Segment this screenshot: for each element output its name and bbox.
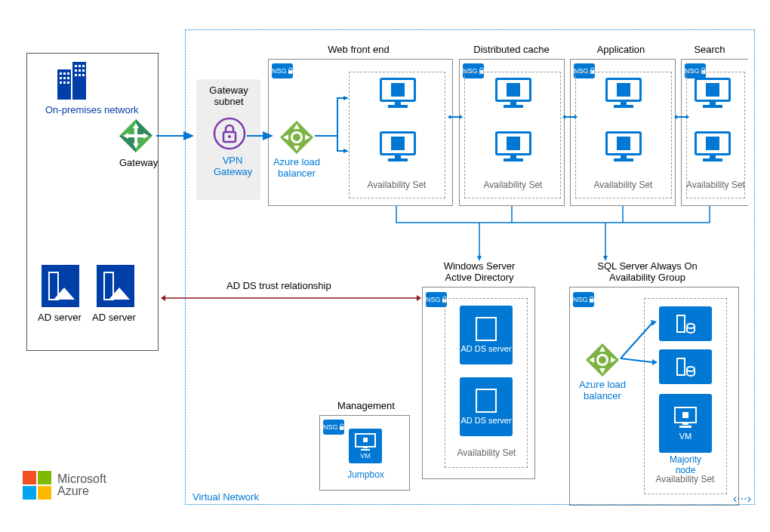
ad-ds-server-icon: AD DS server — [460, 377, 513, 436]
svg-point-60 — [687, 324, 695, 328]
vpn-gateway-icon — [213, 117, 246, 150]
connector-line — [396, 206, 721, 259]
double-arrow — [562, 113, 578, 121]
jumpbox-icon: VM — [349, 429, 382, 463]
svg-rect-69 — [363, 447, 368, 448]
majority-node-label: Majority node — [659, 454, 712, 475]
svg-rect-19 — [82, 74, 85, 76]
virtual-network-label: Virtual Network — [192, 491, 259, 503]
management-title: Management — [332, 400, 400, 411]
ad-server-icon — [42, 265, 79, 307]
svg-marker-81 — [574, 115, 578, 119]
arrow — [247, 132, 277, 140]
gateway-label: Gateway — [119, 157, 158, 168]
vm-icon — [605, 131, 642, 163]
svg-rect-65 — [682, 423, 688, 425]
sql-server-icon — [659, 349, 712, 384]
svg-marker-84 — [686, 115, 689, 119]
availability-set-label: Availability Set — [365, 180, 429, 190]
svg-rect-7 — [67, 77, 69, 79]
svg-line-87 — [621, 323, 652, 358]
svg-rect-38 — [288, 70, 292, 74]
arrow — [621, 317, 658, 407]
svg-marker-78 — [460, 115, 463, 119]
svg-rect-13 — [82, 65, 85, 67]
trust-arrow — [161, 294, 421, 302]
dist-tier-title: Distributed cache — [468, 44, 555, 55]
svg-rect-12 — [79, 65, 81, 67]
svg-rect-17 — [75, 74, 77, 76]
double-arrow — [674, 113, 689, 121]
majority-node-icon: VM — [659, 394, 712, 453]
availability-set-label: Availability Set — [685, 180, 746, 190]
svg-point-62 — [687, 367, 695, 371]
svg-rect-8 — [60, 81, 62, 84]
svg-rect-64 — [682, 412, 688, 418]
svg-rect-68 — [363, 438, 368, 442]
ad-ds-server-icon: AD DS server — [460, 306, 513, 364]
svg-rect-14 — [75, 69, 77, 72]
svg-rect-70 — [361, 449, 370, 451]
ad-server-label: AD server — [92, 312, 136, 323]
svg-rect-29 — [42, 265, 79, 307]
svg-point-47 — [293, 134, 300, 141]
svg-rect-1 — [72, 62, 86, 100]
svg-rect-61 — [677, 358, 685, 375]
svg-rect-6 — [63, 77, 66, 79]
svg-point-37 — [228, 135, 231, 138]
svg-rect-28 — [127, 134, 145, 137]
svg-rect-2 — [60, 72, 62, 75]
svg-point-35 — [214, 118, 245, 149]
gateway-icon — [117, 117, 155, 155]
svg-marker-93 — [417, 295, 421, 301]
svg-rect-9 — [63, 81, 66, 84]
svg-marker-77 — [448, 115, 451, 119]
ad-server-label: AD server — [38, 312, 82, 323]
vm-icon — [605, 78, 642, 109]
ad-tier-title: Windows Server Active Directory — [434, 260, 525, 283]
svg-marker-92 — [161, 295, 165, 301]
vm-icon — [695, 131, 731, 163]
arrow — [315, 132, 349, 192]
vm-icon — [695, 78, 731, 109]
expand-icon[interactable]: ‹···› — [733, 492, 751, 506]
svg-marker-90 — [652, 359, 658, 365]
svg-marker-80 — [562, 115, 565, 119]
vm-icon — [495, 78, 531, 109]
jumpbox-label: Jumpbox — [345, 469, 387, 480]
trust-relationship-label: AD DS trust relationship — [226, 280, 331, 291]
app-tier-title: Application — [585, 44, 657, 55]
vm-icon — [380, 131, 416, 163]
on-premises-label: On-premises network — [45, 104, 139, 115]
vm-icon — [495, 131, 531, 163]
svg-rect-32 — [97, 265, 134, 307]
search-tier-title: Search — [687, 44, 732, 55]
svg-rect-4 — [67, 72, 69, 75]
web-tier-title: Web front end — [310, 44, 408, 55]
svg-rect-3 — [63, 72, 66, 75]
svg-rect-5 — [60, 77, 62, 79]
svg-marker-88 — [651, 320, 657, 326]
svg-rect-18 — [79, 74, 81, 76]
gateway-subnet-title: Gateway subnet — [202, 85, 255, 107]
vpn-gateway-label: VPN Gateway — [214, 155, 251, 177]
sql-server-icon — [659, 306, 712, 341]
microsoft-azure-logo: MicrosoftAzure — [23, 471, 106, 500]
buildings-icon — [53, 62, 91, 100]
ad-server-icon — [97, 265, 134, 307]
svg-line-89 — [621, 358, 652, 362]
svg-marker-75 — [343, 149, 349, 153]
svg-rect-15 — [79, 69, 81, 72]
double-arrow — [448, 113, 463, 121]
availability-set-label: Availability Set — [591, 180, 655, 190]
svg-rect-66 — [679, 426, 691, 428]
arrow — [156, 132, 198, 140]
sql-tier-title: SQL Server Always On Availability Group — [581, 260, 713, 283]
load-balancer-icon — [279, 119, 315, 155]
svg-rect-11 — [75, 65, 77, 67]
svg-rect-10 — [67, 81, 69, 84]
availability-set-label: Availability Set — [481, 180, 545, 190]
svg-rect-59 — [677, 315, 685, 332]
nsg-badge: NSG — [272, 63, 293, 78]
svg-rect-16 — [82, 69, 85, 72]
